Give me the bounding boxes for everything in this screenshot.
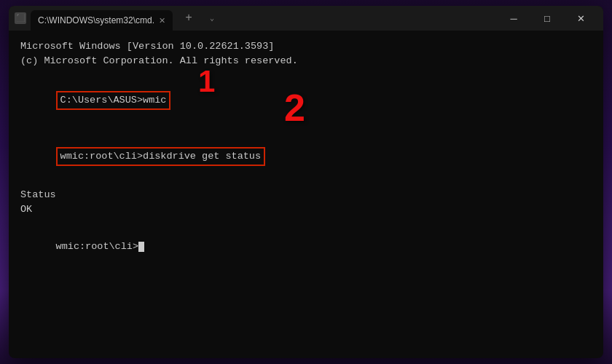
blank-line-2 [20, 124, 592, 132]
close-button[interactable]: ✕ [564, 6, 597, 31]
final-prompt-text: wmic:root\cli> [56, 241, 138, 252]
terminal-content: Microsoft Windows [Version 10.0.22621.35… [9, 31, 603, 358]
cmd-highlight-1: C:\Users\ASUS>wmic [56, 91, 171, 110]
cursor [138, 242, 144, 252]
tab-close-button[interactable]: ✕ [159, 16, 165, 25]
window-controls: ─ □ ✕ [497, 6, 597, 31]
blank-line-4 [20, 218, 592, 225]
output-line-1: Microsoft Windows [Version 10.0.22621.35… [20, 39, 592, 54]
dropdown-button[interactable]: ⌄ [205, 6, 219, 31]
terminal-window: ⬛ C:\WINDOWS\system32\cmd. ✕ + ⌄ ─ □ ✕ M… [9, 6, 603, 358]
app-icon: ⬛ [15, 12, 26, 24]
final-prompt: wmic:root\cli> [20, 225, 592, 269]
output-line-2: (c) Microsoft Corporation. All rights re… [20, 54, 592, 68]
titlebar: ⬛ C:\WINDOWS\system32\cmd. ✕ + ⌄ ─ □ ✕ [9, 6, 603, 31]
cmd-highlight-2: wmic:root\cli>diskdrive get status [56, 147, 265, 166]
blank-line-1 [20, 69, 592, 76]
new-tab-button[interactable]: + [177, 6, 200, 31]
prompt-diskdrive: wmic:root\cli>diskdrive get status [20, 132, 592, 181]
minimize-button[interactable]: ─ [497, 6, 530, 31]
prompt-wmic: C:\Users\ASUS>wmic [20, 76, 592, 125]
tab-cmd[interactable]: C:\WINDOWS\system32\cmd. ✕ [31, 10, 173, 31]
status-value: OK [20, 202, 592, 217]
tab-label: C:\WINDOWS\system32\cmd. [38, 15, 154, 25]
status-label: Status [20, 188, 592, 202]
blank-line-3 [20, 181, 592, 188]
maximize-button[interactable]: □ [530, 6, 564, 31]
